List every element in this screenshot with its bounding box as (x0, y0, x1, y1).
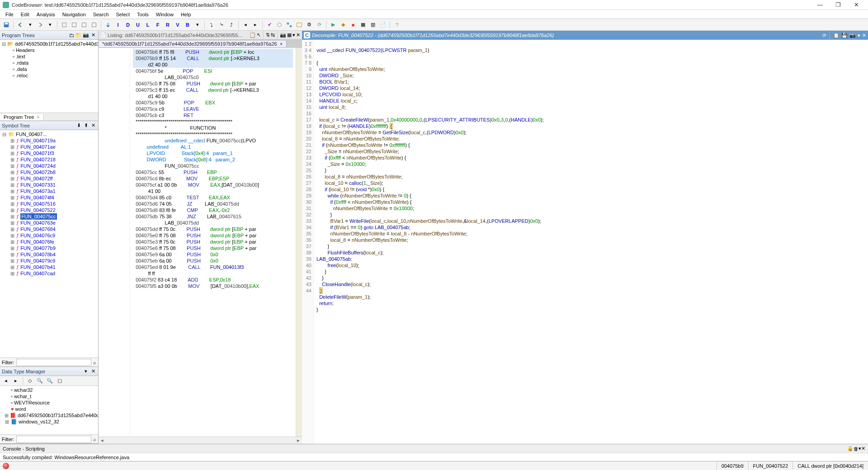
refs-icon[interactable] (275, 20, 284, 29)
console-close-icon[interactable]: ✕ (861, 446, 865, 451)
gear-icon[interactable]: ⚙ (305, 20, 314, 29)
dtm-item[interactable]: ▫ wchar32 (2, 387, 96, 393)
symbol-item[interactable]: ⊞ƒ FUN_004073a1 (2, 188, 96, 194)
tree-item-text[interactable]: ▫ .text (2, 53, 96, 60)
graph-icon[interactable] (285, 20, 294, 29)
marker-F-icon[interactable]: F (153, 20, 162, 29)
decomp-menu-icon[interactable]: ▾ (858, 33, 860, 38)
marker-I-icon[interactable]: I (113, 20, 123, 29)
marker-R-icon[interactable]: R (163, 20, 172, 29)
marker-B-icon[interactable]: B (183, 20, 192, 29)
symbol-item[interactable]: ⊞ƒ FUN_004072ff (2, 175, 96, 182)
open-folder-icon[interactable]: 📁 (75, 32, 82, 38)
dtm-filter-apply-icon[interactable]: ⌕ (93, 437, 96, 442)
menu-analysis[interactable]: Analysis (33, 11, 59, 18)
listing-copy-icon[interactable]: 📋 (250, 32, 256, 38)
bookmark-next-icon[interactable]: ▸ (251, 20, 260, 29)
console-lock-icon[interactable]: 🔒 (847, 446, 854, 451)
run-icon[interactable]: ▶ (329, 20, 338, 29)
scroll-left-icon[interactable]: ◂ (99, 437, 106, 443)
dtm-item[interactable]: ⊞📘 windows_vs12_32 (2, 418, 96, 425)
listing-cursor-icon[interactable]: ↖ (257, 32, 261, 38)
close-button[interactable]: ✕ (847, 1, 865, 8)
decomp-snapshot-icon[interactable]: 📷 (849, 33, 856, 38)
window-icon[interactable] (295, 20, 304, 29)
forward-dropdown[interactable]: ▾ (46, 20, 55, 29)
console-clear-icon[interactable]: 🗑 (854, 446, 859, 451)
tab-close-icon[interactable]: × (280, 41, 283, 47)
nav-prev-icon[interactable] (60, 20, 69, 29)
listing-close-icon[interactable]: ✕ (296, 32, 300, 38)
menu-tools[interactable]: Tools (133, 11, 152, 18)
symbol-item[interactable]: ⊞ƒ FUN_004079c9 (2, 258, 96, 264)
marker-down-icon[interactable] (104, 20, 113, 29)
save-button[interactable] (2, 20, 11, 29)
symbol-item[interactable]: ⊞ƒ FUN_004076c9 (2, 232, 96, 239)
new-folder-icon[interactable]: 🗀 (68, 32, 75, 38)
check-icon[interactable]: ✔ (265, 20, 274, 29)
marker-U-icon[interactable]: U (133, 20, 142, 29)
close-symbol-icon[interactable]: ✕ (90, 122, 96, 129)
dtm-collapse-icon[interactable]: ◇ (25, 376, 34, 385)
dtm-filter1-icon[interactable]: 🔍 (35, 376, 44, 385)
symbol-item[interactable]: ⊞ƒ FUN_00407516 (2, 201, 96, 207)
dtm-fwd-icon[interactable]: ▸ (11, 376, 20, 385)
symbol-item[interactable]: ⊞ƒ FUN_00407b41 (2, 264, 96, 270)
menu-select[interactable]: Select (113, 11, 134, 18)
symbol-item[interactable]: ⊞ƒ FUN_004077b9 (2, 245, 96, 251)
symbol-item[interactable]: ⊞ƒ FUN_0040763e (2, 220, 96, 226)
minimize-button[interactable]: — (811, 1, 829, 8)
memory-icon[interactable]: ▦ (359, 20, 368, 29)
symbol-item[interactable]: ⊞ƒ FUN_004074f4 (2, 194, 96, 201)
menu-file[interactable]: File (2, 11, 17, 18)
tree-item-headers[interactable]: ▫ Headers (2, 47, 96, 53)
symbol-item[interactable]: ⊞ƒ FUN_00407522 (2, 207, 96, 213)
camera-icon[interactable]: 📷 (83, 32, 89, 38)
listing-snapshot-icon[interactable]: 📷 (280, 32, 286, 38)
symbol-item[interactable]: ⊞ƒ FUN_004072b8 (2, 169, 96, 175)
listing-flow-icon[interactable]: ⇅ (266, 32, 270, 38)
step-out-icon[interactable]: ⤴ (227, 20, 236, 29)
bookmark-prev-icon[interactable]: ◂ (241, 20, 250, 29)
symbol-item[interactable]: ⊞ƒ FUN_00407218 (2, 156, 96, 163)
listing-diff-icon[interactable]: ⇆ (271, 32, 275, 38)
listing-view[interactable]: 004075b6 ff 75 f8 PUSH dword ptr [EBP + … (130, 48, 296, 437)
refresh-icon[interactable]: ⟳ (315, 20, 324, 29)
decomp-copy-icon[interactable]: 📋 (833, 33, 840, 38)
symbol-item[interactable]: ⊞ƒ FUN_0040724d (2, 163, 96, 169)
symbol-item[interactable]: ⊞ƒ FUN_004076fe (2, 239, 96, 245)
marker-dropdown[interactable]: ▾ (193, 20, 202, 29)
decomp-refresh-icon[interactable]: ⟳ (822, 33, 826, 38)
symbol-item[interactable]: ⊞ƒ FUN_00407cad (2, 270, 96, 277)
marker-D-icon[interactable]: D (123, 20, 132, 29)
decomp-close-icon[interactable]: ✕ (862, 33, 866, 38)
symbol-filter-input[interactable] (16, 359, 92, 366)
tree-root[interactable]: ⊟📂 dd674592500b1f71d1255abd7e440d3de329 (2, 41, 96, 47)
listing-file-tab[interactable]: *dd674592500b1f71d1255abd7e440d3de329695… (99, 41, 287, 47)
symbol-tree[interactable]: ⊟📁 FUN_00407... ⊞ƒ FUN_0040719a⊞ƒ FUN_00… (0, 130, 98, 357)
tree-item-rdata[interactable]: ▫ .rdata (2, 60, 96, 66)
back-button[interactable] (16, 20, 25, 29)
stop-icon[interactable]: ■ (349, 20, 358, 29)
export-icon[interactable]: ⬆ (83, 122, 89, 129)
dtm-filter-input[interactable] (16, 436, 92, 443)
menu-window[interactable]: Window (152, 11, 177, 18)
symbol-root[interactable]: ⊟📁 FUN_00407... (2, 131, 96, 137)
dtm-tree[interactable]: ▫ wchar32 ▫ wchar_t ▫ WEVTResource ♥ wor… (0, 386, 98, 434)
dtm-back-icon[interactable]: ◂ (1, 376, 10, 385)
menu-search[interactable]: Search (90, 11, 113, 18)
program-tree-tab[interactable]: Program Tree× (0, 114, 44, 120)
forward-button[interactable] (36, 20, 45, 29)
menu-edit[interactable]: Edit (17, 11, 33, 18)
menu-navigation[interactable]: Navigation (59, 11, 90, 18)
tree-item-reloc[interactable]: ▫ .reloc (2, 72, 96, 79)
import-icon[interactable]: ⬇ (75, 122, 82, 129)
listing-menu-icon[interactable]: ▾ (292, 32, 295, 38)
maximize-button[interactable]: ❐ (829, 1, 847, 8)
dtm-item[interactable]: ▫ WEVTResource (2, 400, 96, 406)
nav-up-icon[interactable] (80, 20, 89, 29)
program-tree[interactable]: ⊟📂 dd674592500b1f71d1255abd7e440d3de329 … (0, 40, 98, 113)
step-over-icon[interactable]: ⤷ (217, 20, 226, 29)
dtm-expand-icon[interactable]: ▢ (55, 376, 64, 385)
filter-apply-icon[interactable]: ⌕ (93, 360, 96, 365)
